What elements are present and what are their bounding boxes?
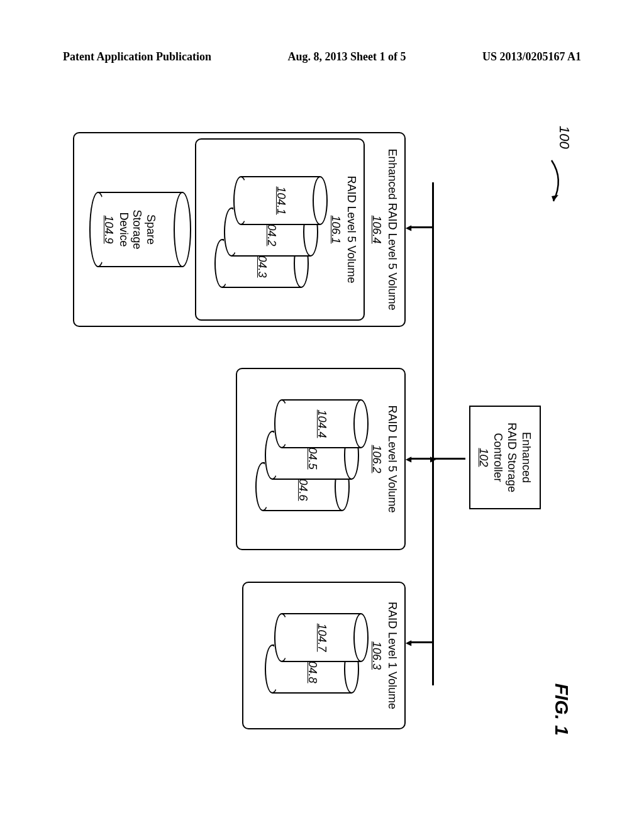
- raid5-volume-box: RAID Level 5 Volume 106.2 104.4 104.5 10…: [236, 368, 406, 550]
- svg-marker-0: [552, 195, 558, 201]
- controller-ref: 102: [477, 412, 491, 503]
- raid1-vol-title-text: RAID Level 1 Volume: [386, 602, 399, 709]
- page-header: Patent Application Publication Aug. 8, 2…: [63, 50, 581, 64]
- disk-row-raid5: 104.4 104.5 104.6: [268, 374, 362, 544]
- controller-line2: RAID Storage: [505, 412, 519, 503]
- spare-disk-wrap: Spare Storage Device 104.9: [83, 138, 184, 321]
- enhanced-vol-ref: 106.4: [370, 138, 384, 321]
- controller-line1: Enhanced: [519, 412, 534, 503]
- disk-cylinder-icon: 104.4: [274, 399, 362, 448]
- arrow-up-icon: ▲: [428, 455, 438, 465]
- figure-area: 100 FIG. 1 Enhanced RAID Storage Control…: [6, 176, 635, 692]
- raid1-volume-box: RAID Level 1 Volume 106.3 104.7 104.8: [242, 582, 406, 729]
- header-center: Aug. 8, 2013 Sheet 1 of 5: [288, 50, 406, 64]
- inner-raid5-title-text: RAID Level 5 Volume: [345, 175, 358, 283]
- inner-raid5-title: RAID Level 5 Volume 106.1: [329, 145, 358, 314]
- disk-ref: 104.4: [315, 399, 328, 448]
- raid5-vol-ref: 106.2: [370, 374, 384, 544]
- spare-disk-cylinder-icon: Spare Storage Device 104.9: [89, 192, 184, 267]
- inner-raid5-box: RAID Level 5 Volume 106.1 104.1 104.2 10…: [195, 138, 365, 321]
- raid1-vol-ref: 106.3: [370, 588, 384, 723]
- figure-label: FIG. 1: [551, 683, 572, 736]
- controller-box: Enhanced RAID Storage Controller 102: [469, 406, 541, 509]
- spare-ref: 104.9: [102, 192, 116, 267]
- disk-ref: 104.1: [274, 176, 287, 225]
- controller-line3: Controller: [491, 412, 506, 503]
- ref-arrow-icon: [542, 157, 567, 208]
- disk-cylinder-icon: 104.7: [274, 613, 362, 662]
- disk-cylinder-icon: 104.1: [233, 176, 321, 225]
- enhanced-vol-title-text: Enhanced RAID Level 5 Volume: [386, 148, 399, 310]
- bus-line: [432, 182, 434, 685]
- spare-label-line: Device: [118, 212, 130, 246]
- enhanced-raid5-volume-box: Enhanced RAID Level 5 Volume 106.4 RAID …: [73, 132, 406, 327]
- system-ref: 100: [556, 126, 572, 149]
- spare-label-line: Storage: [131, 209, 143, 249]
- disk-row-raid1: 104.7 104.8: [268, 588, 362, 723]
- raid1-vol-title: RAID Level 1 Volume 106.3: [370, 588, 399, 723]
- header-left: Patent Application Publication: [63, 50, 211, 64]
- raid5-vol-title-text: RAID Level 5 Volume: [386, 405, 399, 512]
- disk-ref: 104.7: [315, 613, 328, 662]
- disk-row-enhanced: 104.1 104.2 104.3: [227, 145, 321, 314]
- raid5-vol-title: RAID Level 5 Volume 106.2: [370, 374, 399, 544]
- enhanced-vol-title: Enhanced RAID Level 5 Volume 106.4: [370, 138, 399, 321]
- spare-label-line: Spare: [145, 214, 157, 245]
- header-right: US 2013/0205167 A1: [482, 50, 581, 64]
- inner-raid5-ref: 106.1: [329, 145, 343, 314]
